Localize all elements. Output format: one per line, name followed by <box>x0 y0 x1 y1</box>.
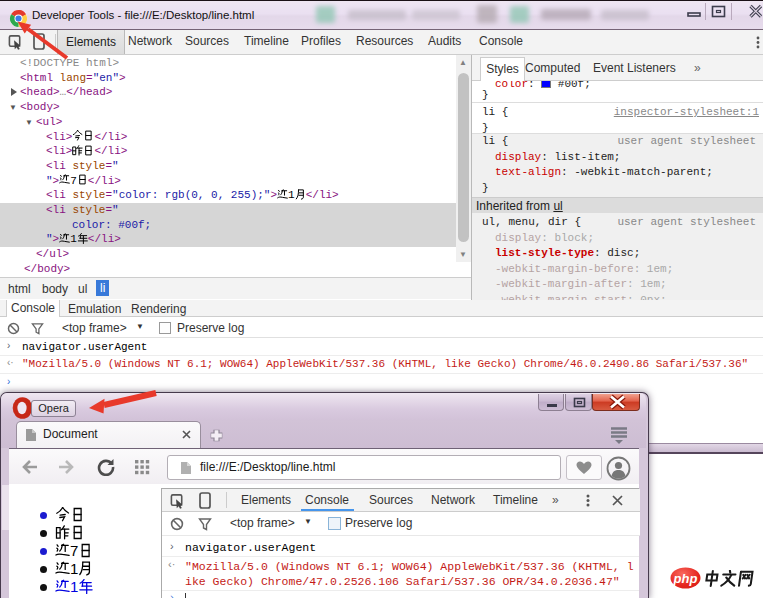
svg-text:php: php <box>673 571 698 586</box>
